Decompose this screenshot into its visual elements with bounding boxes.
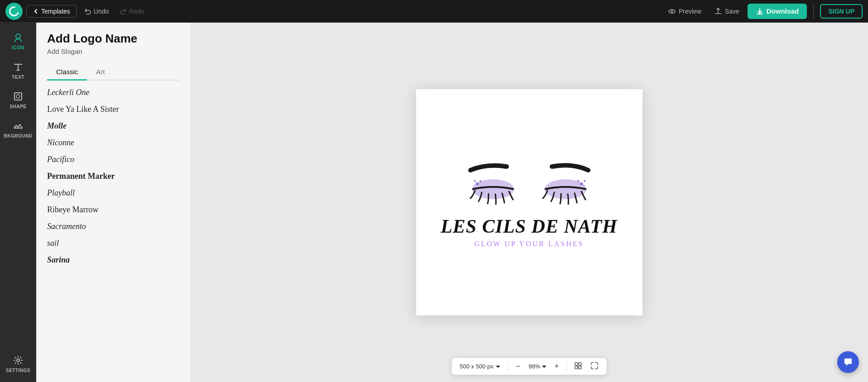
topbar-divider [813, 5, 814, 18]
font-item-sacramento[interactable]: Sacramento [36, 218, 190, 235]
undo-icon [84, 8, 91, 15]
tabs-row: Classic Art [47, 64, 179, 81]
font-item-molle[interactable]: Molle [36, 118, 190, 134]
svg-rect-17 [579, 366, 581, 369]
grid-button[interactable] [571, 361, 585, 372]
svg-rect-14 [575, 363, 578, 365]
tab-classic[interactable]: Classic [47, 64, 87, 81]
font-item-loveya[interactable]: Love Ya Like A Sister [36, 101, 190, 118]
templates-label: Templates [41, 8, 70, 15]
sidebar-label-settings: SETTINGS [6, 368, 30, 373]
sidebar-label-bkground: BKGROUND [4, 134, 33, 138]
chat-icon [843, 357, 854, 368]
chat-bubble[interactable] [837, 351, 859, 373]
canvas-size: 500 x 500 px [460, 363, 493, 370]
canvas-area: LES CILS DE NATH GLOW UP YOUR LASHES 500… [190, 23, 868, 382]
zoom-in-button[interactable]: + [551, 361, 562, 372]
panel-header: Add Logo Name Add Slogan [36, 23, 190, 59]
left-panel: Add Logo Name Add Slogan Classic Art Lec… [36, 23, 190, 382]
main-layout: ICON TEXT SHAPE BKGROUND [0, 23, 868, 382]
bottom-divider-1 [508, 362, 508, 371]
svg-point-5 [17, 359, 19, 362]
templates-button[interactable]: Templates [26, 5, 77, 18]
font-item-leckerli[interactable]: Leckerli One [36, 84, 190, 101]
redo-button[interactable]: Redo [116, 5, 148, 17]
zoom-out-button[interactable]: − [513, 361, 523, 372]
download-button[interactable]: Download [748, 4, 807, 19]
undo-label: Undo [94, 8, 109, 15]
font-item-sarina[interactable]: Sarina [36, 252, 190, 268]
size-selector[interactable]: 500 x 500 px [457, 362, 503, 371]
download-icon [756, 7, 764, 15]
logo-sub-text[interactable]: GLOW UP YOUR LASHES [475, 240, 584, 248]
sidebar-item-shape[interactable]: SHAPE [2, 86, 34, 114]
font-list: Leckerli One Love Ya Like A Sister Molle… [36, 81, 190, 382]
grid-icon [574, 362, 582, 370]
svg-rect-16 [575, 366, 578, 369]
logo-main-text[interactable]: LES CILS DE NATH [441, 215, 618, 237]
sidebar-item-text[interactable]: TEXT [2, 57, 34, 84]
undo-button[interactable]: Undo [81, 5, 112, 17]
sidebar-nav: ICON TEXT SHAPE BKGROUND [0, 23, 36, 382]
font-item-ribeye[interactable]: Ribeye Marrow [36, 201, 190, 218]
save-button[interactable]: Save [710, 5, 744, 18]
fit-button[interactable] [588, 361, 601, 372]
signup-button[interactable]: SIGN UP [820, 4, 863, 19]
preview-label: Preview [679, 8, 701, 15]
eye-icon [668, 7, 676, 15]
sidebar-item-icon[interactable]: ICON [2, 27, 34, 55]
svg-point-13 [577, 180, 579, 182]
font-item-sail[interactable]: sail [36, 235, 190, 252]
panel-title: Add Logo Name [47, 32, 179, 46]
font-item-pacifico[interactable]: Pacifico [36, 151, 190, 168]
topbar: Templates Undo Redo Preview Save [0, 0, 868, 23]
font-item-permanent[interactable]: Permanent Marker [36, 168, 190, 185]
logo-ring [7, 4, 21, 18]
tab-art[interactable]: Art [87, 64, 114, 81]
svg-rect-15 [579, 363, 581, 365]
bkground-nav-icon [12, 120, 24, 132]
canvas-card[interactable]: LES CILS DE NATH GLOW UP YOUR LASHES [416, 89, 643, 315]
svg-point-2 [16, 34, 20, 38]
chevron-down-icon [495, 364, 501, 369]
app-logo [5, 3, 23, 20]
redo-icon [120, 8, 127, 15]
icon-nav-icon [12, 32, 24, 43]
zoom-value[interactable]: 98% [526, 362, 549, 371]
svg-point-11 [580, 182, 583, 185]
sidebar-label-text: TEXT [12, 75, 24, 80]
svg-point-9 [474, 180, 476, 182]
download-label: Download [767, 7, 799, 15]
sidebar-label-icon: ICON [12, 45, 24, 50]
svg-point-6 [472, 179, 514, 199]
signup-label: SIGN UP [828, 8, 854, 15]
panel-subtitle: Add Slogan [47, 48, 179, 55]
sidebar-label-shape: SHAPE [10, 104, 27, 109]
sidebar-item-bkground[interactable]: BKGROUND [2, 115, 34, 143]
redo-label: Redo [129, 8, 144, 15]
svg-point-7 [476, 182, 479, 185]
svg-point-8 [480, 180, 481, 182]
fit-icon [590, 362, 599, 370]
bottom-toolbar: 500 x 500 px − 98% + [451, 358, 607, 375]
font-item-niconne[interactable]: Niconne [36, 134, 190, 151]
svg-point-1 [671, 10, 673, 12]
zoom-chevron-icon [542, 364, 546, 369]
save-icon [714, 7, 722, 15]
settings-nav-icon [12, 354, 24, 366]
font-item-playball[interactable]: Playball [36, 185, 190, 201]
bottom-divider-2 [566, 362, 567, 371]
chevron-left-icon [33, 9, 38, 14]
svg-point-4 [16, 95, 20, 98]
shape-nav-icon [12, 91, 24, 102]
text-nav-icon [12, 61, 24, 73]
sidebar-item-settings[interactable]: SETTINGS [2, 350, 34, 377]
svg-rect-3 [14, 93, 22, 100]
eyes-illustration [457, 157, 602, 215]
save-label: Save [725, 8, 739, 15]
preview-button[interactable]: Preview [663, 5, 706, 18]
svg-point-10 [545, 179, 586, 199]
svg-point-12 [584, 180, 585, 182]
